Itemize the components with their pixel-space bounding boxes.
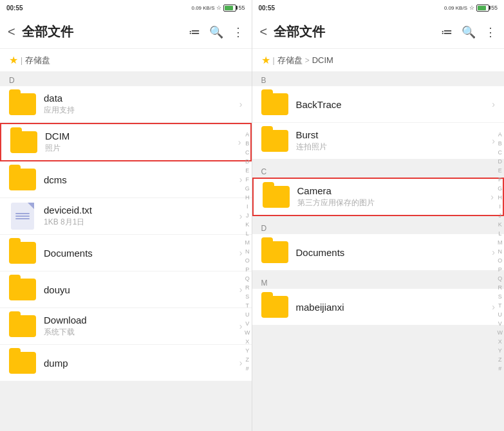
- chevron-right-icon: ›: [239, 99, 243, 109]
- breadcrumb-separator: |: [273, 56, 275, 65]
- list-item[interactable]: dump›: [0, 345, 252, 381]
- sort-icon[interactable]: ≔: [189, 25, 200, 39]
- battery-percent: 55: [491, 5, 498, 11]
- breadcrumb-separator: |: [21, 56, 23, 65]
- file-info: data应用支持: [44, 93, 239, 116]
- chevron-right-icon: ›: [490, 192, 494, 202]
- alpha-letter[interactable]: #: [498, 364, 501, 373]
- list-item[interactable]: Documents›: [0, 235, 252, 271]
- signal-icon: ☆: [469, 5, 474, 11]
- file-name: deviceid.txt: [44, 205, 239, 216]
- chevron-right-icon: ›: [239, 248, 243, 258]
- section-letter: B: [252, 72, 505, 86]
- chevron-right-icon: ›: [238, 137, 241, 147]
- breadcrumb: ★|存储盘>DCIM: [252, 49, 505, 72]
- file-name: mabeijianxi: [296, 302, 492, 313]
- section-letter: D: [0, 72, 252, 86]
- file-subtitle: 连拍照片: [296, 142, 492, 152]
- status-bar: 00:550.09 KB/S ☆ 55: [0, 0, 252, 15]
- list-item[interactable]: deviceid.txt1KB 8月1日›: [0, 198, 252, 235]
- more-icon[interactable]: ⋮: [485, 25, 496, 39]
- file-name: Download: [44, 315, 239, 326]
- breadcrumb-star[interactable]: ★: [9, 54, 18, 66]
- network-speed: 0.09 KB/S: [444, 5, 467, 11]
- chevron-right-icon: ›: [239, 211, 243, 221]
- list-item[interactable]: DCIM照片›: [0, 123, 252, 161]
- status-bar: 00:550.09 KB/S ☆ 55: [252, 0, 505, 15]
- toolbar-icons: ≔🔍⋮: [441, 25, 496, 39]
- file-subtitle: 应用支持: [44, 105, 239, 116]
- file-subtitle: 照片: [45, 143, 238, 154]
- toolbar: <全部文件≔🔍⋮: [0, 15, 252, 49]
- battery-icon: [476, 5, 489, 12]
- list-item[interactable]: Camera第三方应用保存的图片›: [252, 178, 505, 216]
- alpha-letter[interactable]: Y: [498, 346, 502, 355]
- chevron-right-icon: ›: [492, 136, 495, 146]
- file-name: Camera: [297, 185, 491, 196]
- chevron-right-icon: ›: [239, 284, 243, 295]
- chevron-right-icon: ›: [239, 358, 243, 368]
- back-button[interactable]: <: [8, 24, 15, 39]
- list-item[interactable]: mabeijianxi›: [252, 289, 505, 326]
- toolbar-icons: ≔🔍⋮: [189, 25, 244, 39]
- chevron-right-icon: ›: [492, 302, 495, 312]
- list-item[interactable]: Burst连拍照片›: [252, 123, 505, 160]
- file-info: Documents: [296, 247, 492, 258]
- file-info: douyu: [44, 284, 239, 295]
- breadcrumb: ★|存储盘: [0, 49, 252, 72]
- file-info: dcms: [44, 174, 239, 185]
- list-item[interactable]: data应用支持›: [0, 86, 252, 123]
- file-info: Documents: [44, 248, 239, 259]
- file-name: dump: [44, 358, 239, 369]
- alpha-letter[interactable]: X: [498, 337, 502, 346]
- section-letter: M: [252, 275, 505, 289]
- chevron-right-icon: ›: [239, 174, 243, 185]
- signal-icon: ☆: [216, 5, 221, 11]
- status-right: 0.09 KB/S ☆ 55: [444, 5, 498, 12]
- page-title: 全部文件: [22, 23, 189, 41]
- file-name: dcms: [44, 174, 239, 185]
- file-subtitle: 系统下载: [44, 327, 239, 338]
- back-button[interactable]: <: [260, 24, 268, 39]
- breadcrumb-item[interactable]: 存储盘: [25, 55, 50, 66]
- alpha-letter[interactable]: W: [498, 328, 503, 337]
- battery-icon: [223, 5, 236, 12]
- breadcrumb-star[interactable]: ★: [261, 54, 270, 66]
- search-icon[interactable]: 🔍: [462, 25, 476, 39]
- file-subtitle: 1KB 8月1日: [44, 217, 239, 228]
- file-name: douyu: [44, 284, 239, 295]
- breadcrumb-separator: >: [305, 56, 310, 65]
- section-letter: C: [252, 163, 505, 178]
- breadcrumb-item[interactable]: DCIM: [312, 55, 333, 65]
- page-title: 全部文件: [274, 23, 441, 41]
- file-name: BackTrace: [296, 99, 492, 110]
- more-icon[interactable]: ⋮: [232, 25, 244, 39]
- breadcrumb-item[interactable]: 存储盘: [277, 55, 303, 66]
- file-info: Download系统下载: [44, 315, 239, 338]
- status-time: 00:55: [6, 5, 23, 12]
- list-item[interactable]: douyu›: [0, 271, 252, 308]
- status-right: 0.09 KB/S ☆ 55: [191, 5, 245, 12]
- chevron-right-icon: ›: [492, 247, 495, 257]
- section-letter: D: [252, 220, 505, 234]
- file-info: deviceid.txt1KB 8月1日: [44, 205, 239, 228]
- file-info: BackTrace: [296, 99, 492, 110]
- file-name: Documents: [296, 247, 492, 258]
- file-list: BBackTrace›Burst连拍照片›CCamera第三方应用保存的图片›D…: [252, 72, 505, 431]
- list-item[interactable]: Download系统下载›: [0, 308, 252, 345]
- search-icon[interactable]: 🔍: [209, 25, 223, 39]
- network-speed: 0.09 KB/S: [191, 5, 214, 11]
- list-item[interactable]: dcms›: [0, 161, 252, 198]
- file-name: data: [44, 93, 239, 104]
- file-name: Burst: [296, 129, 492, 140]
- file-list: Ddata应用支持›DCIM照片›dcms›deviceid.txt1KB 8月…: [0, 72, 252, 431]
- list-item[interactable]: Documents›: [252, 234, 505, 271]
- file-info: dump: [44, 358, 239, 369]
- battery-percent: 55: [238, 5, 245, 11]
- file-subtitle: 第三方应用保存的图片: [297, 197, 491, 208]
- list-item[interactable]: BackTrace›: [252, 86, 505, 123]
- panel-left: 00:550.09 KB/S ☆ 55<全部文件≔🔍⋮★|存储盘Ddata应用支…: [0, 0, 252, 431]
- sort-icon[interactable]: ≔: [441, 25, 453, 39]
- alpha-letter[interactable]: Z: [498, 355, 502, 364]
- file-info: Burst连拍照片: [296, 129, 492, 152]
